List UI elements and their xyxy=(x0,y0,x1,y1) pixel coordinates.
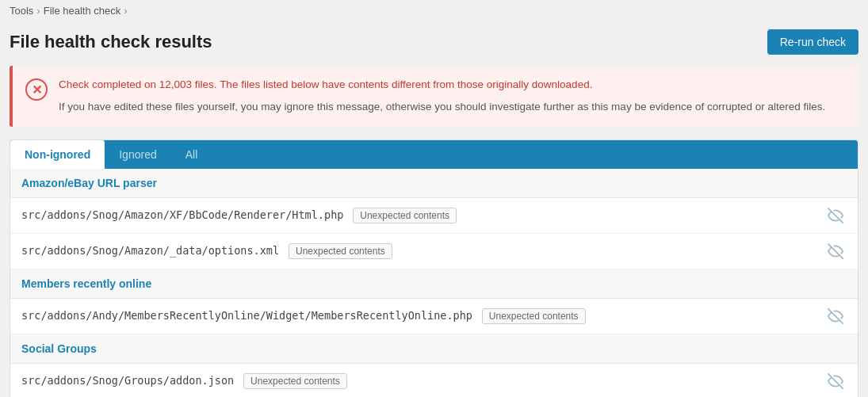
alert-line1: Check completed on 12,003 files. The fil… xyxy=(59,77,846,93)
table-row: src/addons/Andy/MembersRecentlyOnline/Wi… xyxy=(10,299,858,334)
breadcrumb-separator-1: › xyxy=(36,5,40,17)
file-path-text: src/addons/Snog/Amazon/XF/BbCode/Rendere… xyxy=(21,208,343,220)
ignore-button[interactable] xyxy=(824,206,847,225)
group-header-social-groups: Social Groups xyxy=(10,334,858,364)
tabs-bar: Non-ignored Ignored All xyxy=(10,140,858,169)
status-badge: Unexpected contents xyxy=(482,308,586,324)
tab-ignored[interactable]: Ignored xyxy=(105,140,170,169)
group-header-members: Members recently online xyxy=(10,269,858,299)
file-path-text: src/addons/Snog/Groups/addon.json xyxy=(21,373,234,386)
tab-non-ignored[interactable]: Non-ignored xyxy=(10,140,105,169)
eye-slash-icon xyxy=(828,373,843,389)
ignore-button[interactable] xyxy=(824,372,847,391)
table-row: src/addons/Snog/Amazon/_data/options.xml… xyxy=(10,234,858,269)
table-row: src/addons/Snog/Amazon/XF/BbCode/Rendere… xyxy=(10,198,858,234)
ignore-button[interactable] xyxy=(824,242,847,261)
file-path-text: src/addons/Snog/Amazon/_data/options.xml xyxy=(21,243,279,256)
alert-box: ✕ Check completed on 12,003 files. The f… xyxy=(10,66,858,127)
file-path: src/addons/Snog/Amazon/_data/options.xml… xyxy=(21,243,392,259)
eye-slash-icon xyxy=(828,308,843,324)
alert-error-icon: ✕ xyxy=(25,78,48,101)
page-title: File health check results xyxy=(10,32,212,52)
breadcrumb-file-health-check-link[interactable]: File health check xyxy=(44,5,121,17)
page-header: File health check results Re-run check xyxy=(0,21,868,66)
file-path: src/addons/Snog/Amazon/XF/BbCode/Rendere… xyxy=(21,208,457,223)
tab-all[interactable]: All xyxy=(171,140,212,169)
status-badge: Unexpected contents xyxy=(289,243,392,259)
file-path-text: src/addons/Andy/MembersRecentlyOnline/Wi… xyxy=(21,308,472,321)
ignore-button[interactable] xyxy=(824,307,847,326)
eye-slash-icon xyxy=(828,208,843,223)
status-badge: Unexpected contents xyxy=(243,373,347,389)
alert-line2: If you have edited these files yourself,… xyxy=(59,99,846,115)
breadcrumb-separator-2: › xyxy=(124,5,127,17)
breadcrumb-tools-link[interactable]: Tools xyxy=(10,5,33,17)
group-header-amazon: Amazon/eBay URL parser xyxy=(10,169,858,198)
main-content: Non-ignored Ignored All Amazon/eBay URL … xyxy=(10,139,858,398)
rerun-check-button[interactable]: Re-run check xyxy=(767,29,858,55)
breadcrumb: Tools › File health check › xyxy=(0,0,868,21)
status-badge: Unexpected contents xyxy=(353,208,457,223)
alert-text-container: Check completed on 12,003 files. The fil… xyxy=(59,77,846,116)
eye-slash-icon xyxy=(828,243,843,259)
file-path: src/addons/Andy/MembersRecentlyOnline/Wi… xyxy=(21,308,586,324)
table-row: src/addons/Snog/Groups/addon.json Unexpe… xyxy=(10,364,858,398)
file-path: src/addons/Snog/Groups/addon.json Unexpe… xyxy=(21,373,347,389)
